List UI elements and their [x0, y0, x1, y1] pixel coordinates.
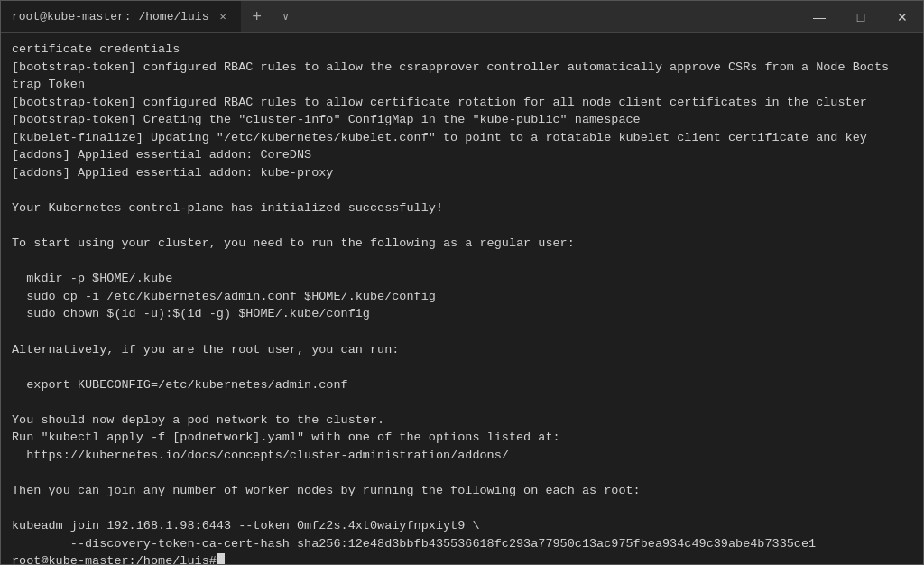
terminal-cursor: [217, 553, 225, 564]
terminal-tab[interactable]: root@kube-master: /home/luis ✕: [1, 1, 241, 32]
tab-close-button[interactable]: ✕: [216, 8, 229, 25]
close-button[interactable]: ✕: [882, 1, 923, 33]
new-tab-button[interactable]: +: [241, 1, 273, 33]
titlebar: root@kube-master: /home/luis ✕ + ∨ — □ ✕: [1, 1, 923, 33]
terminal-window: root@kube-master: /home/luis ✕ + ∨ — □ ✕…: [0, 0, 924, 565]
minimize-button[interactable]: —: [799, 1, 840, 33]
window-controls: — □ ✕: [799, 1, 923, 32]
tab-title: root@kube-master: /home/luis: [12, 10, 208, 23]
terminal-output[interactable]: certificate credentials [bootstrap-token…: [1, 33, 923, 564]
maximize-button[interactable]: □: [840, 1, 882, 33]
dropdown-button[interactable]: ∨: [273, 1, 299, 33]
